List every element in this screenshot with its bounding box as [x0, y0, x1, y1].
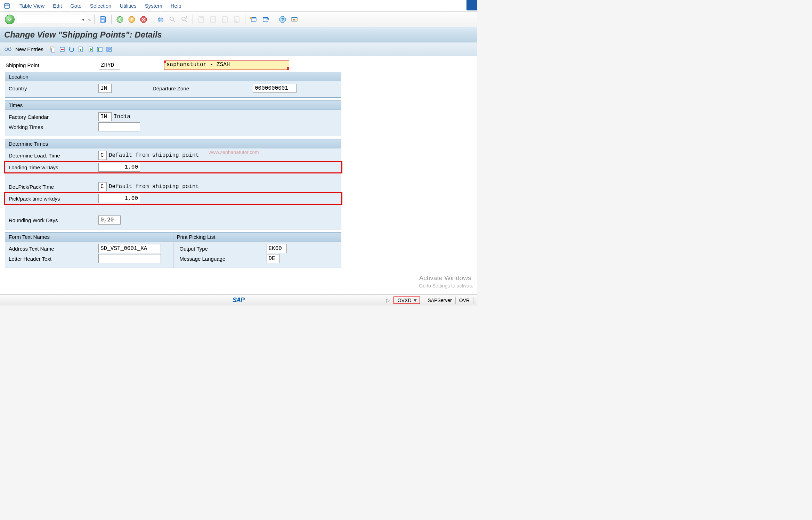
address-text-name-label: Address Text Name [8, 246, 98, 252]
address-text-name-input[interactable] [98, 244, 161, 253]
save-button[interactable] [98, 15, 108, 24]
svg-point-27 [5, 48, 8, 51]
undo-button[interactable] [68, 46, 75, 53]
svg-rect-30 [51, 48, 55, 52]
svg-point-10 [170, 17, 173, 21]
print-picking-title: Print Picking List [173, 233, 341, 242]
create-session-button[interactable] [249, 15, 259, 24]
loading-time-highlight: Loading Time w.Days [4, 161, 342, 173]
departure-zone-label: Departure Zone [152, 86, 253, 91]
output-type-input[interactable] [267, 244, 287, 253]
status-arrow-icon[interactable]: ▷ [386, 298, 390, 303]
status-insert-mode: OVR [459, 298, 470, 303]
cancel-button[interactable] [139, 15, 148, 24]
command-field[interactable] [17, 15, 86, 24]
svg-rect-9 [159, 20, 162, 22]
output-type-label: Output Type [176, 246, 267, 252]
det-pick-pack-time-label: Det.Pick/Pack Time [8, 184, 98, 190]
rounding-days-input[interactable] [98, 216, 121, 225]
transaction-title-bar: Change View "Shipping Points": Details [0, 27, 477, 42]
country-input[interactable] [98, 84, 112, 93]
svg-point-4 [117, 16, 123, 23]
determine-times-panel: Determine Times Determine Load. Time Def… [5, 139, 341, 229]
menu-utilities[interactable]: Utilities [120, 3, 136, 9]
working-times-input[interactable] [98, 122, 140, 131]
enter-button[interactable] [5, 15, 15, 24]
customize-layout-button[interactable] [290, 15, 299, 24]
factory-calendar-input[interactable] [98, 112, 112, 121]
next-entry-button[interactable] [87, 46, 94, 53]
first-page-button[interactable] [196, 15, 206, 24]
svg-rect-26 [295, 19, 297, 21]
select-button[interactable] [96, 46, 104, 53]
menu-command-icon[interactable] [3, 2, 11, 10]
bottom-panels: Form Text Names Address Text Name Letter… [5, 232, 341, 268]
loading-time-days-label: Loading Time w.Days [8, 164, 98, 170]
svg-rect-12 [199, 17, 204, 22]
svg-text:?: ? [281, 17, 284, 22]
location-panel: Location Country Departure Zone [5, 72, 341, 98]
prev-entry-button[interactable] [77, 46, 85, 53]
working-times-label: Working Times [8, 124, 98, 130]
determine-times-title: Determine Times [5, 139, 341, 148]
factory-calendar-desc: India [114, 114, 130, 120]
determine-load-time-desc: Default from shipping point [109, 152, 199, 159]
determine-load-time-label: Determine Load. Time [8, 153, 98, 159]
delete-button[interactable] [58, 46, 66, 53]
menu-selection[interactable]: Selection [90, 3, 112, 9]
print-button[interactable] [156, 15, 165, 24]
menu-goto[interactable]: Goto [70, 3, 82, 9]
page-title: Change View "Shipping Points": Details [4, 30, 162, 40]
help-button[interactable]: ? [278, 15, 287, 24]
shipping-point-input[interactable] [99, 61, 120, 70]
collapse-button[interactable]: « [88, 17, 91, 22]
menu-system[interactable]: System [145, 3, 162, 9]
message-language-input[interactable] [267, 254, 280, 263]
departure-zone-input[interactable] [253, 84, 297, 93]
status-bar: SAP ▷ OVXD ▼ SAPServer OVR [0, 294, 477, 306]
activate-windows-overlay: Activate Windows Go to Settings to activ… [419, 274, 473, 289]
status-server: SAPServer [428, 298, 452, 303]
svg-rect-38 [98, 50, 99, 51]
message-language-label: Message Language [176, 256, 267, 262]
last-page-button[interactable] [232, 15, 242, 24]
loading-time-days-input[interactable] [98, 163, 140, 172]
menu-bar: Table View Edit Goto Selection Utilities… [0, 0, 477, 12]
find-button[interactable] [168, 15, 177, 24]
svg-rect-36 [98, 48, 99, 49]
pick-pack-highlight: Pick/pack time wrkdys [4, 192, 342, 205]
times-panel: Times Factory Calendar India Working Tim… [5, 100, 341, 136]
svg-rect-14 [222, 17, 227, 22]
determine-load-time-input[interactable] [98, 151, 107, 160]
exit-button[interactable] [127, 15, 137, 24]
svg-rect-13 [211, 17, 216, 22]
svg-rect-8 [159, 17, 162, 19]
letter-header-text-input[interactable] [98, 254, 161, 263]
new-entries-button[interactable]: New Entries [15, 46, 43, 52]
tcode-indicator[interactable]: OVXD ▼ [393, 296, 421, 304]
sap-logo: SAP [233, 296, 244, 304]
menu-edit[interactable]: Edit [53, 3, 62, 9]
menu-help[interactable]: Help [171, 3, 181, 9]
description-input[interactable]: saphanatutor - ZSAH [164, 60, 289, 70]
times-title: Times [5, 101, 341, 110]
pick-pack-days-label: Pick/pack time wrkdys [8, 196, 98, 202]
svg-rect-3 [101, 20, 105, 22]
svg-rect-23 [292, 17, 297, 18]
svg-rect-2 [101, 17, 104, 19]
toggle-display-change-icon[interactable] [4, 46, 12, 53]
det-pick-pack-time-input[interactable] [98, 182, 107, 191]
rounding-days-label: Rounding Work Days [8, 217, 98, 223]
letter-header-text-label: Letter Header Text [8, 256, 98, 262]
find-next-button[interactable] [179, 15, 189, 24]
generate-shortcut-button[interactable] [261, 15, 270, 24]
print-list-button[interactable] [105, 46, 113, 53]
copy-as-button[interactable] [49, 46, 57, 53]
prev-page-button[interactable] [208, 15, 218, 24]
shipping-point-label: Shipping Point [5, 62, 95, 68]
menu-table-view[interactable]: Table View [19, 3, 44, 9]
back-button[interactable] [115, 15, 125, 24]
next-page-button[interactable] [220, 15, 230, 24]
det-pick-pack-time-desc: Default from shipping point [109, 184, 199, 190]
pick-pack-days-input[interactable] [98, 194, 140, 203]
